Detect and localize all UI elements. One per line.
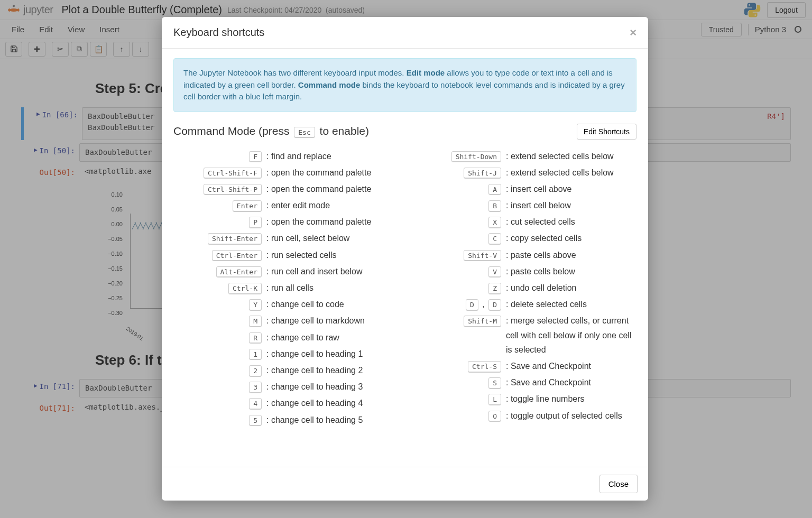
command-mode-heading: Command Mode (press Esc to enable) Edit …	[173, 124, 636, 140]
shortcut-row: Ctrl-Shift-Fopen the command palette	[173, 165, 397, 180]
edit-shortcuts-button[interactable]: Edit Shortcuts	[577, 124, 636, 140]
shortcut-desc: paste cells above	[504, 248, 636, 262]
key-alt-enter: Alt-Enter	[216, 266, 262, 278]
modal-body[interactable]: The Jupyter Notebook has two different k…	[162, 49, 648, 467]
shortcut-desc: extend selected cells below	[504, 165, 636, 180]
shortcut-desc: change cell to heading 5	[264, 413, 397, 427]
shortcut-keys: Shift-J	[413, 165, 504, 180]
key-shift-enter: Shift-Enter	[208, 233, 262, 245]
shortcut-row: Shift-Mmerge selected cells, or current …	[413, 313, 636, 357]
shortcut-keys: Z	[413, 281, 504, 295]
key-a: A	[488, 184, 501, 196]
key-5: 5	[249, 415, 262, 427]
shortcut-desc: Save and Checkpoint	[504, 359, 636, 373]
shortcut-desc: enter edit mode	[264, 198, 397, 212]
shortcut-keys: O	[413, 409, 504, 423]
shortcut-desc: extend selected cells below	[504, 149, 636, 163]
shortcut-keys: 4	[173, 396, 264, 410]
shortcut-row: SSave and Checkpoint	[413, 375, 636, 390]
key-d: D	[466, 299, 478, 311]
esc-key: Esc	[294, 127, 315, 138]
shortcut-desc: delete selected cells	[504, 297, 636, 311]
key-4: 4	[249, 398, 262, 410]
shortcut-keys: V	[413, 264, 504, 279]
key-shift-m: Shift-M	[464, 316, 501, 327]
shortcut-row: Shift-Enterrun cell, select below	[173, 231, 397, 245]
shortcut-keys: D , D	[413, 297, 504, 311]
key-y: Y	[249, 299, 262, 311]
shortcut-desc: change cell to heading 1	[264, 347, 397, 361]
shortcut-keys: P	[173, 215, 264, 229]
shortcut-desc: copy selected cells	[504, 231, 636, 245]
shortcut-keys: F	[173, 149, 264, 163]
shortcut-desc: cut selected cells	[504, 215, 636, 229]
key-o: O	[488, 411, 501, 422]
close-icon[interactable]: ×	[630, 27, 636, 39]
shortcut-keys: C	[413, 231, 504, 245]
key-f: F	[249, 151, 262, 163]
shortcut-desc: insert cell below	[504, 198, 636, 212]
shortcut-row: Ctrl-Enterrun selected cells	[173, 248, 397, 262]
shortcut-row: Ctrl-Shift-Popen the command palette	[173, 182, 397, 196]
shortcut-desc: change cell to markdown	[264, 313, 397, 328]
shortcut-keys: R	[173, 330, 264, 345]
shortcut-row: Rchange cell to raw	[173, 330, 397, 345]
key-ctrl-shift-f: Ctrl-Shift-F	[204, 168, 262, 179]
key-separator: ,	[480, 300, 487, 309]
shortcut-keys: Alt-Enter	[173, 264, 264, 279]
shortcut-desc: change cell to heading 3	[264, 380, 397, 394]
shortcut-row: Popen the command palette	[173, 215, 397, 229]
key-ctrl-shift-p: Ctrl-Shift-P	[204, 184, 262, 196]
shortcut-keys: Y	[173, 297, 264, 311]
shortcut-row: Binsert cell below	[413, 198, 636, 212]
shortcut-keys: 3	[173, 380, 264, 394]
shortcut-desc: change cell to heading 2	[264, 363, 397, 377]
key-z: Z	[488, 283, 501, 294]
shortcut-row: Ychange cell to code	[173, 297, 397, 311]
shortcut-keys: Shift-Down	[413, 149, 504, 163]
shortcut-desc: change cell to raw	[264, 330, 397, 345]
shortcut-row: Shift-Vpaste cells above	[413, 248, 636, 262]
shortcut-row: 2change cell to heading 2	[173, 363, 397, 377]
shortcut-desc: find and replace	[264, 149, 397, 163]
key-ctrl-enter: Ctrl-Enter	[212, 250, 262, 262]
shortcut-keys: L	[413, 392, 504, 406]
shortcut-row: Ffind and replace	[173, 149, 397, 163]
key-v: V	[488, 266, 501, 278]
shortcut-keys: Enter	[173, 198, 264, 212]
modal-header: Keyboard shortcuts ×	[162, 17, 648, 49]
key-1: 1	[249, 349, 262, 360]
shortcut-desc: Save and Checkpoint	[504, 375, 636, 390]
shortcut-keys: S	[413, 375, 504, 390]
key-l: L	[488, 394, 501, 405]
shortcut-row: Ctrl-SSave and Checkpoint	[413, 359, 636, 373]
shortcut-keys: Ctrl-K	[173, 281, 264, 295]
key-enter: Enter	[233, 200, 262, 212]
shortcut-keys: Ctrl-S	[413, 359, 504, 373]
shortcut-keys: 1	[173, 347, 264, 361]
shortcut-keys: Shift-V	[413, 248, 504, 262]
shortcut-row: Zundo cell deletion	[413, 281, 636, 295]
shortcut-row: Ccopy selected cells	[413, 231, 636, 245]
shortcut-desc: paste cells below	[504, 264, 636, 279]
key-ctrl-s: Ctrl-S	[468, 361, 501, 373]
close-button[interactable]: Close	[599, 475, 638, 493]
key-shift-j: Shift-J	[464, 168, 501, 179]
shortcut-keys: B	[413, 198, 504, 212]
key-shift-down: Shift-Down	[451, 151, 501, 163]
key-ctrl-k: Ctrl-K	[228, 283, 262, 294]
info-alert: The Jupyter Notebook has two different k…	[173, 58, 636, 112]
key-2: 2	[249, 365, 262, 377]
shortcut-row: Vpaste cells below	[413, 264, 636, 279]
shortcut-desc: open the command palette	[264, 215, 397, 229]
shortcut-row: Enterenter edit mode	[173, 198, 397, 212]
shortcut-desc: merge selected cells, or current cell wi…	[504, 313, 636, 357]
key-3: 3	[249, 382, 262, 393]
shortcut-desc: insert cell above	[504, 182, 636, 196]
shortcut-desc: toggle line numbers	[504, 392, 636, 406]
shortcut-col-left: Ffind and replaceCtrl-Shift-Fopen the co…	[173, 147, 397, 429]
shortcut-row: Ctrl-Krun all cells	[173, 281, 397, 295]
key-s: S	[488, 377, 501, 389]
shortcut-row: Ltoggle line numbers	[413, 392, 636, 406]
shortcut-row: Shift-Downextend selected cells below	[413, 149, 636, 163]
